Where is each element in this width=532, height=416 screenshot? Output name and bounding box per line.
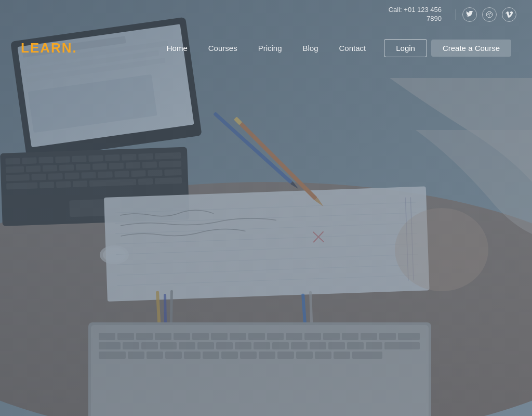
hero-section: Call: +01 123 456 7890 <box>0 0 532 416</box>
nav-courses[interactable]: Courses <box>198 40 248 57</box>
top-bar: Call: +01 123 456 7890 <box>0 0 532 29</box>
nav-pricing[interactable]: Pricing <box>248 40 292 57</box>
phone-number: Call: +01 123 456 7890 <box>389 6 442 23</box>
nav-actions: Login Create a Course <box>384 39 511 57</box>
social-icons <box>462 7 516 22</box>
login-button[interactable]: Login <box>384 39 427 57</box>
nav-contact[interactable]: Contact <box>329 40 377 57</box>
navbar: LEARN. Home Courses Pricing Blog Contact… <box>0 29 532 68</box>
logo-dot: . <box>73 40 77 56</box>
nav-home[interactable]: Home <box>156 40 198 57</box>
logo[interactable]: LEARN. <box>21 40 77 56</box>
twitter-icon[interactable] <box>462 7 477 22</box>
create-course-button[interactable]: Create a Course <box>431 40 511 57</box>
dribbble-icon[interactable] <box>482 7 497 22</box>
nav-blog[interactable]: Blog <box>292 40 329 57</box>
top-bar-right: Call: +01 123 456 7890 <box>389 6 516 23</box>
vimeo-icon[interactable] <box>502 7 516 22</box>
nav-links: Home Courses Pricing Blog Contact <box>156 40 376 57</box>
logo-text: LEARN <box>21 40 73 56</box>
top-bar-divider <box>456 9 456 20</box>
